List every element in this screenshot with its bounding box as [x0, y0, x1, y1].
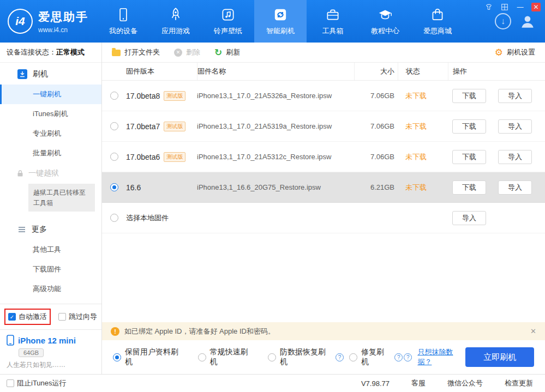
app-version: V7.98.77	[361, 379, 390, 388]
user-account-icon[interactable]	[519, 13, 536, 30]
firmware-name: iPhone13,1_17.0_21A5319a_Restore.ipsw	[197, 122, 354, 130]
skip-wizard-checkbox[interactable]: 跳过向导	[58, 312, 97, 322]
firmware-row-selected[interactable]: 16.6 iPhone13,1_16.6_20G75_Restore.ipsw …	[102, 172, 545, 203]
repair-flash-help-icon[interactable]: ?	[394, 353, 403, 361]
sidebar-item-download-firmware[interactable]: 下载固件	[0, 260, 101, 279]
checkbox-checked-icon: ✓	[8, 313, 16, 321]
auto-activate-checkbox[interactable]: ✓ 自动激活	[4, 309, 51, 325]
firmware-status: 未下载	[398, 122, 448, 131]
lock-icon	[16, 170, 24, 177]
group-label: 刷机	[33, 69, 48, 79]
refresh-button[interactable]: ↻ 刷新	[214, 47, 240, 57]
sidebar-item-one-click-flash[interactable]: 一键刷机	[0, 85, 101, 104]
support-link[interactable]: 客服	[411, 378, 426, 388]
menu-grid-icon[interactable]	[500, 3, 509, 11]
nav-tab-smart-flash[interactable]: 智能刷机	[254, 0, 307, 43]
nav-label: 智能刷机	[266, 26, 295, 36]
group-label: 更多	[32, 225, 47, 234]
gear-icon: ⚙	[495, 48, 503, 57]
download-button[interactable]: 下载	[452, 150, 486, 164]
option-repair-flash[interactable]: 修复刷机	[349, 347, 390, 367]
flash-settings-button[interactable]: ⚙ 刷机设置	[495, 47, 535, 57]
download-button[interactable]: 下载	[452, 119, 486, 134]
beta-badge: 测试版	[164, 122, 185, 131]
main-panel: 打开文件夹 ✕ 删除 ↻ 刷新 ⚙ 刷机设置 固件版本 固件名称	[102, 43, 545, 374]
col-header-version: 固件版本	[126, 63, 197, 80]
option-keep-user-data[interactable]: 保留用户资料刷机	[113, 347, 184, 367]
nav-tab-mall[interactable]: 爱思商城	[411, 0, 464, 43]
app-logo: i4 爱思助手 www.i4.cn	[0, 0, 97, 43]
download-manager-icon[interactable]: ↓	[495, 13, 511, 29]
option-radio	[268, 353, 276, 361]
firmware-radio[interactable]	[110, 214, 118, 222]
erase-data-link[interactable]: 只想抹除数据？	[417, 347, 465, 367]
firmware-row[interactable]: 17.0beta6 测试版 iPhone13,1_17.0_21A5312c_R…	[102, 142, 545, 172]
sidebar-group-more[interactable]: 更多	[0, 219, 101, 240]
device-quote: 人生若只如初见……	[7, 360, 95, 370]
firmware-radio[interactable]	[110, 183, 118, 191]
download-button[interactable]: 下载	[452, 180, 486, 195]
flash-now-button[interactable]: 立即刷机	[465, 347, 534, 367]
firmware-size: 7.06GB	[354, 92, 398, 100]
minimize-icon[interactable]: —	[516, 3, 525, 11]
firmware-radio[interactable]	[110, 122, 118, 130]
phone-icon	[7, 335, 14, 346]
flash-group-icon	[17, 69, 27, 79]
sidebar-item-other-tools[interactable]: 其他工具	[0, 240, 101, 260]
firmware-version: 17.0beta7	[126, 122, 160, 131]
refresh-icon: ↻	[214, 48, 222, 57]
firmware-row[interactable]: 17.0beta8 测试版 iPhone13,1_17.0_21A5326a_R…	[102, 81, 545, 111]
block-itunes-checkbox[interactable]: 阻止iTunes运行	[7, 378, 67, 388]
download-button[interactable]: 下载	[452, 89, 486, 103]
option-normal-fast-flash[interactable]: 常规快速刷机	[198, 347, 254, 367]
checkbox-empty-icon	[7, 379, 14, 387]
import-button[interactable]: 导入	[498, 89, 532, 103]
firmware-row[interactable]: 17.0beta7 测试版 iPhone13,1_17.0_21A5319a_R…	[102, 111, 545, 142]
nav-tab-ringtones-wallpapers[interactable]: 铃声壁纸	[202, 0, 254, 43]
check-update-link[interactable]: 检查更新	[505, 378, 533, 388]
flash-options-bar: 保留用户资料刷机 常规快速刷机 防数据恢复刷机 ? 修复刷机 ? ? 只想抹除数…	[102, 340, 545, 374]
device-name: iPhone 12 mini	[18, 336, 76, 345]
firmware-radio[interactable]	[110, 153, 118, 161]
import-button[interactable]: 导入	[452, 211, 486, 225]
firmware-size: 7.06GB	[354, 153, 398, 161]
device-icon	[115, 7, 131, 23]
nav-tab-tutorials[interactable]: 教程中心	[359, 0, 411, 43]
checkbox-empty-icon	[58, 313, 66, 321]
firmware-version: 17.0beta8	[126, 92, 160, 100]
import-button[interactable]: 导入	[498, 150, 532, 164]
erase-data-help-icon[interactable]: ?	[404, 353, 412, 361]
open-folder-button[interactable]: 打开文件夹	[112, 47, 160, 57]
nav-label: 我的设备	[109, 26, 137, 36]
import-button[interactable]: 导入	[498, 180, 532, 195]
folder-icon	[112, 50, 121, 56]
firmware-radio[interactable]	[110, 92, 118, 100]
notice-close-icon[interactable]: ✕	[530, 327, 536, 335]
option-radio	[349, 353, 357, 361]
nav-tab-toolbox[interactable]: 工具箱	[307, 0, 359, 43]
nav-tab-apps-games[interactable]: 应用游戏	[149, 0, 202, 43]
sidebar-item-batch-flash[interactable]: 批量刷机	[0, 143, 101, 163]
nav-tab-my-devices[interactable]: 我的设备	[97, 0, 149, 43]
beta-badge: 测试版	[164, 91, 185, 101]
option-anti-recovery-flash[interactable]: 防数据恢复刷机	[268, 347, 331, 367]
app-header: — ✕ i4 爱思助手 www.i4.cn 我的设备 应用游戏	[0, 0, 545, 43]
sidebar-item-advanced-features[interactable]: 高级功能	[0, 279, 101, 299]
close-icon[interactable]: ✕	[531, 3, 541, 11]
ringtone-icon	[220, 7, 236, 23]
wechat-link[interactable]: 微信公众号	[447, 378, 483, 388]
anti-recovery-help-icon[interactable]: ?	[336, 353, 344, 361]
logo-text: 爱思助手 www.i4.cn	[38, 9, 88, 34]
open-folder-label: 打开文件夹	[124, 47, 160, 57]
sidebar-group-jailbreak: 一键越狱	[0, 163, 101, 184]
toolbox-icon	[325, 7, 341, 23]
skin-icon[interactable]	[484, 3, 493, 11]
firmware-row-local[interactable]: 选择本地固件 导入	[102, 203, 545, 233]
sidebar-item-itunes-flash[interactable]: iTunes刷机	[0, 104, 101, 124]
sidebar-item-pro-flash[interactable]: 专业刷机	[0, 124, 101, 143]
jailbreak-moved-note: 越狱工具已转移至工具箱	[28, 184, 95, 212]
app-title: 爱思助手	[38, 9, 88, 25]
import-button[interactable]: 导入	[498, 119, 532, 134]
sidebar-group-flash[interactable]: 刷机	[0, 64, 101, 85]
statusbar-right: V7.98.77 客服 微信公众号 检查更新	[361, 378, 538, 388]
